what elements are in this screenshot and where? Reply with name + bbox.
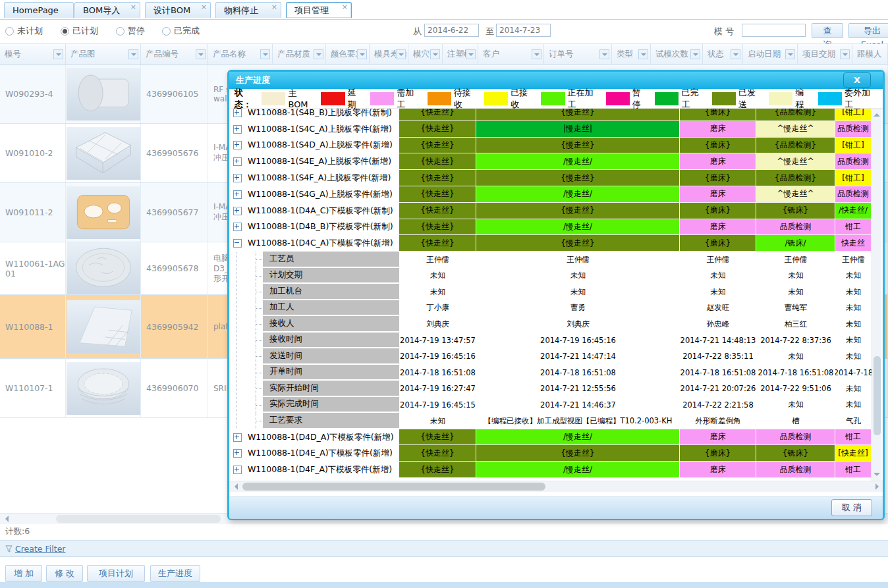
filter-dropdown-icon[interactable] (466, 49, 476, 59)
tree-row[interactable]: W110088-1(D4E_A)下模板零件(新增){快走丝}{慢走丝}{磨床}{… (229, 445, 872, 462)
process-cell[interactable]: 品质检测 (835, 121, 872, 138)
process-cell[interactable]: ^慢走丝^ (756, 121, 835, 138)
process-cell[interactable]: 磨床 (680, 186, 756, 203)
tab-design-bom[interactable]: 设计BOM× (145, 2, 211, 18)
column-header-color-req[interactable]: 颜色要求 (326, 44, 370, 64)
filter-dropdown-icon[interactable] (532, 49, 541, 59)
filter-dropdown-icon[interactable] (314, 49, 323, 59)
process-cell[interactable]: /慢走丝/ (476, 153, 680, 170)
process-cell[interactable]: [钳工] (835, 138, 872, 154)
process-cell[interactable]: ^慢走丝^ (756, 186, 835, 203)
filter-dropdown-icon[interactable] (731, 49, 740, 59)
column-header-trial-count[interactable]: 试模次数 (651, 44, 703, 64)
tree-row[interactable]: W110088-1(S4F_A)上脱板零件(新增){快走丝}{慢走丝}{磨床}{… (229, 170, 872, 186)
process-cell[interactable]: {慢走丝} (476, 445, 680, 462)
process-cell[interactable]: {磨床} (680, 203, 756, 219)
expand-icon[interactable] (233, 223, 242, 231)
process-cell[interactable]: 品质检测 (756, 462, 835, 478)
expand-icon[interactable] (233, 141, 242, 149)
tab-bom-import[interactable]: BOM导入× (74, 2, 140, 18)
column-header-status[interactable]: 状态 (703, 44, 743, 64)
process-cell[interactable]: 品质检测 (835, 186, 872, 203)
close-icon[interactable]: × (271, 3, 277, 11)
process-cell[interactable]: {快走丝} (399, 429, 476, 446)
process-cell[interactable]: 磨床 (680, 121, 756, 138)
filter-dropdown-icon[interactable] (599, 49, 609, 59)
process-cell[interactable]: {磨床} (680, 138, 756, 154)
process-cell[interactable]: {慢走丝} (476, 235, 680, 252)
close-icon[interactable]: × (342, 3, 348, 11)
process-cell[interactable]: {快走丝} (399, 445, 476, 462)
column-header-mold-life[interactable]: 模具寿命 (370, 44, 408, 64)
process-cell[interactable]: {快走丝} (399, 121, 476, 138)
radio-icon[interactable] (5, 27, 14, 36)
export-excel-button[interactable]: 导出Excel (848, 23, 888, 38)
radio-unplanned[interactable]: 未计划 (5, 25, 43, 37)
tree-row[interactable]: W110088-1(S4E_A)上脱板零件(新增){快走丝}/慢走丝/磨床^慢走… (229, 153, 872, 170)
process-cell[interactable]: /慢走丝/ (476, 219, 680, 236)
process-cell[interactable]: 磨床 (680, 153, 756, 170)
scroll-left-icon[interactable] (1, 515, 11, 523)
process-cell[interactable]: {铣床} (756, 203, 835, 219)
filter-dropdown-icon[interactable] (53, 49, 63, 59)
process-cell[interactable]: /慢走丝/ (476, 429, 680, 446)
process-cell[interactable]: 磨床 (680, 429, 756, 446)
collapse-icon[interactable] (233, 239, 242, 248)
filter-dropdown-icon[interactable] (638, 49, 648, 59)
create-filter-link[interactable]: Create Filter (5, 544, 65, 554)
column-header-follower[interactable]: 跟模人 (852, 44, 888, 64)
close-icon[interactable]: × (130, 3, 136, 11)
process-cell[interactable]: {品质检测} (756, 138, 835, 154)
radio-paused[interactable]: 暂停 (116, 25, 145, 37)
radio-finished[interactable]: 已完成 (162, 25, 200, 37)
column-header-product-material[interactable]: 产品材质 (273, 44, 326, 64)
column-header-type[interactable]: 类型 (612, 44, 651, 64)
process-cell[interactable]: {磨床} (680, 445, 756, 462)
dialog-vertical-scrollbar[interactable] (872, 109, 881, 481)
expand-icon[interactable] (233, 190, 242, 199)
cancel-button[interactable]: 取 消 (831, 499, 872, 516)
product-thumbnail[interactable] (67, 127, 140, 180)
process-cell[interactable]: ^慢走丝^ (756, 153, 835, 170)
column-header-mold-no[interactable]: 模号 (0, 44, 66, 64)
process-cell[interactable]: 磨床 (680, 219, 756, 236)
filter-dropdown-icon[interactable] (357, 49, 367, 59)
expand-icon[interactable] (233, 466, 242, 474)
column-header-customer[interactable]: 客户 (478, 44, 544, 64)
process-cell[interactable]: {慢走丝} (476, 203, 680, 219)
column-header-injection-machine[interactable]: 注塑机 (443, 44, 478, 64)
process-cell[interactable]: {慢走丝} (476, 109, 680, 121)
process-cell[interactable]: /慢走丝/ (476, 186, 680, 203)
product-thumbnail[interactable] (67, 186, 140, 239)
close-icon[interactable]: × (201, 3, 207, 11)
process-cell[interactable]: /快走丝/ (835, 203, 872, 219)
scrollbar-thumb[interactable] (242, 483, 545, 491)
filter-dropdown-icon[interactable] (396, 49, 406, 59)
scrollbar-thumb[interactable] (874, 356, 881, 435)
process-cell[interactable]: 品质检测 (756, 219, 835, 236)
process-cell[interactable]: [钳工] (835, 109, 872, 121)
column-header-product-name[interactable]: 产品名称 (208, 44, 273, 64)
radio-planned[interactable]: 已计划 (61, 25, 98, 37)
filter-dropdown-icon[interactable] (260, 49, 270, 59)
process-cell[interactable]: /慢走丝/ (476, 462, 680, 478)
expand-icon[interactable] (233, 207, 242, 215)
date-to-input[interactable] (496, 24, 551, 37)
expand-icon[interactable] (233, 109, 242, 117)
tree-row[interactable]: W110088-1(S4C_A)上脱板零件(新增){快走丝}|慢走丝|磨床^慢走… (229, 121, 872, 138)
process-cell[interactable]: {磨床} (680, 109, 756, 121)
process-cell[interactable]: {快走丝} (399, 203, 476, 219)
column-header-start-date[interactable]: 启动日期 (743, 44, 798, 64)
process-cell[interactable]: {品质检测} (756, 170, 835, 186)
process-cell[interactable]: {慢走丝} (476, 138, 680, 154)
process-cell[interactable]: {快走丝} (399, 235, 476, 252)
dialog-horizontal-scrollbar[interactable] (229, 481, 883, 492)
process-cell[interactable]: [快走丝] (835, 445, 872, 462)
process-cell[interactable]: {快走丝} (399, 462, 476, 478)
filter-dropdown-icon[interactable] (785, 49, 795, 59)
process-cell[interactable]: {快走丝} (399, 219, 476, 236)
product-thumbnail[interactable] (67, 362, 140, 415)
filter-dropdown-icon[interactable] (430, 49, 440, 59)
process-cell[interactable]: {快走丝} (399, 186, 476, 203)
production-progress-button[interactable]: 生产进度 (150, 565, 200, 582)
